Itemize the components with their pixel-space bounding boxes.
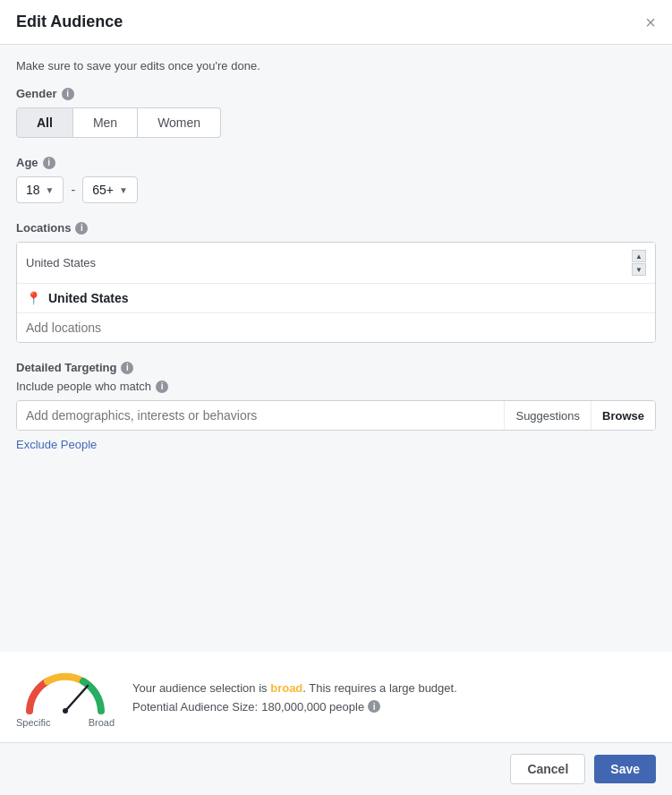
audience-text: Your audience selection is broad. This r…	[132, 681, 656, 695]
gender-info-icon[interactable]: i	[62, 88, 74, 100]
edit-audience-modal: Edit Audience × Make sure to save your e…	[0, 0, 672, 795]
notice-text: Make sure to save your edits once you're…	[16, 59, 656, 73]
locations-header-text: United States	[26, 256, 632, 269]
potential-text: Potential Audience Size: 180,000,000 peo…	[132, 700, 656, 714]
potential-info-icon[interactable]: i	[368, 700, 380, 713]
locations-header: United States ▲ ▼	[17, 243, 655, 284]
age-label: Age i	[16, 156, 656, 169]
locations-box: United States ▲ ▼ 📍 United States	[16, 242, 656, 343]
age-section: Age i 18 ▼ - 65+ ▼	[16, 156, 656, 203]
locations-info-icon[interactable]: i	[75, 222, 88, 235]
broad-word: broad	[270, 681, 302, 695]
potential-size: 180,000,000 people	[261, 700, 364, 714]
age-info-icon[interactable]: i	[43, 157, 55, 169]
age-max-select[interactable]: 65+ ▼	[82, 176, 138, 203]
gender-label: Gender i	[16, 87, 656, 100]
location-name: United States	[48, 291, 128, 305]
age-min-select[interactable]: 18 ▼	[16, 176, 64, 203]
modal-title: Edit Audience	[16, 13, 123, 31]
age-row: 18 ▼ - 65+ ▼	[16, 176, 656, 203]
browse-button[interactable]: Browse	[591, 401, 655, 430]
audience-meter-bar: Specific Broad Your audience selection i…	[0, 652, 672, 742]
targeting-info-icon[interactable]: i	[121, 362, 133, 374]
scroll-arrows: ▲ ▼	[632, 250, 646, 276]
targeting-input[interactable]	[17, 401, 504, 430]
specific-label: Specific	[16, 717, 51, 728]
targeting-input-row: Suggestions Browse	[16, 400, 656, 431]
detailed-targeting-section: Detailed Targeting i Include people who …	[16, 361, 656, 451]
close-button[interactable]: ×	[645, 13, 656, 31]
modal-body: Make sure to save your edits once you're…	[0, 45, 672, 652]
gender-all-button[interactable]: All	[16, 107, 73, 138]
scroll-up-arrow[interactable]: ▲	[632, 250, 646, 262]
gender-men-button[interactable]: Men	[73, 107, 138, 138]
include-info-icon[interactable]: i	[156, 380, 168, 393]
svg-point-1	[63, 708, 68, 714]
broad-label: Broad	[89, 717, 115, 728]
location-pin-icon: 📍	[26, 291, 41, 305]
gauge-container: Specific Broad	[16, 666, 115, 728]
modal-header: Edit Audience ×	[0, 0, 672, 45]
include-label: Include people who match i	[16, 380, 656, 393]
age-max-chevron: ▼	[119, 185, 128, 195]
age-dash: -	[71, 183, 75, 197]
targeting-label: Detailed Targeting i	[16, 361, 656, 374]
location-item: 📍 United States	[17, 284, 655, 312]
age-min-chevron: ▼	[46, 185, 55, 195]
gauge-labels: Specific Broad	[16, 717, 115, 728]
scroll-down-arrow[interactable]: ▼	[632, 263, 646, 276]
save-button[interactable]: Save	[594, 755, 656, 783]
audience-info: Your audience selection is broad. This r…	[132, 681, 656, 714]
suggestions-button[interactable]: Suggestions	[504, 401, 591, 430]
footer-actions: Cancel Save	[0, 742, 672, 795]
svg-line-0	[65, 686, 88, 711]
locations-section: Locations i United States ▲ ▼ 📍 United S…	[16, 221, 656, 343]
locations-label: Locations i	[16, 221, 656, 235]
gender-button-group: All Men Women	[16, 107, 656, 138]
cancel-button[interactable]: Cancel	[510, 754, 585, 784]
gender-section: Gender i All Men Women	[16, 87, 656, 138]
add-locations-input[interactable]	[17, 312, 655, 342]
gender-women-button[interactable]: Women	[138, 107, 221, 138]
gauge-svg	[21, 666, 110, 715]
exclude-people-link[interactable]: Exclude People	[16, 438, 97, 451]
